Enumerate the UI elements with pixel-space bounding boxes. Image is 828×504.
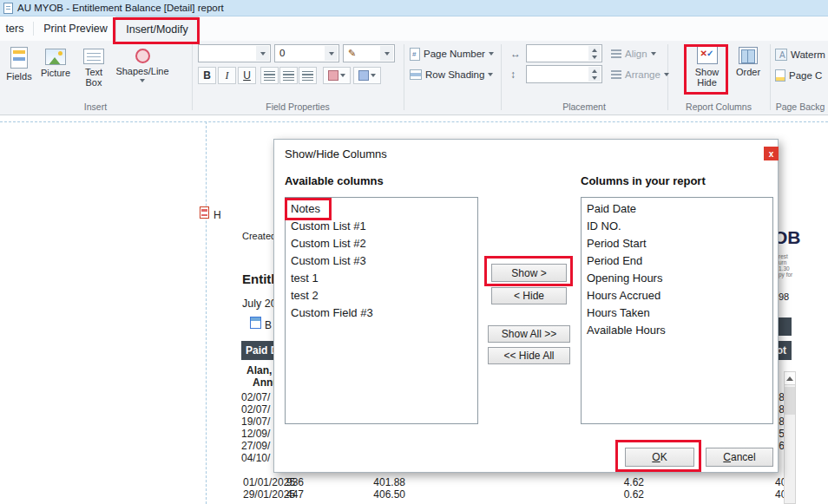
chevron-down-icon: [489, 52, 494, 56]
border-color-icon: [358, 70, 369, 81]
list-item[interactable]: Hours Taken: [582, 304, 772, 322]
show-button[interactable]: Show >: [491, 264, 567, 282]
order-button[interactable]: Order: [732, 47, 765, 77]
table-cell: 401.88: [352, 476, 405, 488]
hide-button[interactable]: < Hide: [491, 287, 567, 304]
list-item[interactable]: Paid Date: [582, 200, 772, 218]
format-painter-combo[interactable]: ✎: [343, 44, 395, 62]
cancel-button[interactable]: Cancel: [706, 448, 773, 467]
chevron-down-icon[interactable]: [325, 46, 338, 61]
vertical-position-icon: [510, 65, 516, 84]
text-box-icon: [83, 49, 104, 64]
list-item[interactable]: test 1: [286, 270, 477, 287]
horizontal-position-icon: [510, 44, 521, 63]
show-hide-columns-dialog: Show/Hide Columns x Available columns Co…: [273, 139, 779, 473]
page-margin-guide-vertical: [206, 121, 207, 504]
available-columns-listbox[interactable]: Notes Custom List #1 Custom List #2 Cust…: [285, 197, 478, 424]
scrollbar-thumb[interactable]: [785, 387, 795, 415]
align-left-button[interactable]: [260, 67, 279, 84]
list-item[interactable]: Custom List #1: [286, 218, 477, 235]
window-titlebar: AU MYOB - Entitlement Balance [Detail] r…: [0, 0, 828, 16]
font-name-combo[interactable]: [198, 44, 271, 62]
vertical-scrollbar[interactable]: [784, 371, 796, 504]
field-shading-button[interactable]: [323, 67, 351, 84]
list-item[interactable]: Opening Hours: [582, 270, 772, 287]
show-hide-button[interactable]: Show Hide: [687, 46, 727, 88]
align-right-button[interactable]: [299, 67, 317, 84]
list-item[interactable]: Hours Accrued: [582, 287, 772, 304]
chevron-down-icon[interactable]: [256, 46, 269, 61]
created-fragment: Created: [242, 231, 276, 241]
table-cell: 447: [286, 488, 304, 501]
list-item[interactable]: Period End: [582, 252, 772, 270]
available-columns-heading: Available columns: [285, 174, 384, 187]
fields-icon: [10, 47, 28, 69]
ok-button[interactable]: OK: [625, 448, 694, 467]
chevron-down-icon: [488, 73, 493, 76]
brush-icon: ✎: [348, 48, 356, 59]
list-item[interactable]: Available Hours: [582, 322, 772, 339]
font-size-combo[interactable]: 0: [274, 44, 339, 62]
list-item[interactable]: ID NO.: [582, 218, 772, 235]
page-margin-guide-horizontal: [0, 121, 828, 122]
table-date-fragment: 04/10/: [241, 452, 270, 464]
report-columns-listbox[interactable]: Paid Date ID NO. Period Start Period End…: [581, 197, 773, 424]
window-title: AU MYOB - Entitlement Balance [Detail] r…: [17, 3, 224, 13]
chevron-down-icon: [371, 74, 376, 77]
scroll-up-icon[interactable]: [785, 372, 795, 385]
spin-down-icon[interactable]: [588, 53, 601, 61]
list-item-notes[interactable]: Notes: [286, 200, 477, 218]
field-properties-group-label: Field Properties: [192, 101, 404, 112]
table-date-fragment: 19/07/: [241, 416, 270, 428]
italic-button[interactable]: I: [218, 67, 236, 84]
list-item[interactable]: test 2: [286, 287, 477, 304]
arrange-icon: [611, 70, 621, 79]
table-cell: 4.62: [606, 476, 644, 488]
report-columns-heading: Columns in your report: [581, 174, 706, 187]
number-fragment: 98: [779, 291, 789, 302]
logo-caption-fragment: rest urn 1.30 py for: [779, 253, 792, 278]
horizontal-position-spinner[interactable]: [526, 44, 602, 62]
page-color-button[interactable]: Page C: [775, 66, 822, 85]
table-date-fragment: 12/09/: [241, 428, 270, 440]
field-fragment: H: [214, 209, 221, 221]
myob-app-window: AU MYOB - Entitlement Balance [Detail] r…: [0, 0, 828, 504]
align-icon: [611, 49, 621, 58]
field-border-button[interactable]: [353, 67, 381, 84]
report-columns-group-label: Report Columns: [667, 101, 770, 112]
section-field-icon: [250, 317, 261, 329]
underline-button[interactable]: U: [238, 67, 256, 84]
chevron-down-icon: [340, 74, 345, 77]
tab-separator: [33, 22, 34, 36]
shapes-line-icon: [135, 49, 150, 63]
employee-name-fragment: Alan,: [246, 364, 272, 376]
align-button[interactable]: Align: [611, 44, 656, 63]
tab-insert-modify[interactable]: Insert/Modify: [115, 16, 199, 41]
list-item[interactable]: Custom List #2: [286, 235, 477, 252]
close-icon[interactable]: x: [764, 147, 779, 160]
list-item[interactable]: Period Start: [582, 235, 772, 252]
hide-all-button[interactable]: << Hide All: [488, 347, 570, 364]
arrange-button[interactable]: Arrange: [611, 65, 669, 84]
show-all-button[interactable]: Show All >>: [488, 325, 570, 343]
list-item[interactable]: Custom Field #3: [286, 304, 477, 322]
align-center-button[interactable]: [279, 67, 298, 84]
picture-icon: [45, 49, 66, 65]
list-item[interactable]: Custom List #3: [286, 252, 477, 270]
vertical-position-spinner[interactable]: [526, 65, 602, 83]
tab-print-preview[interactable]: Print Preview: [38, 16, 113, 41]
watermark-button[interactable]: Waterm: [775, 45, 825, 64]
order-columns-icon: [739, 47, 758, 64]
page-color-icon: [775, 69, 785, 82]
chevron-down-icon[interactable]: [380, 46, 393, 61]
fields-button[interactable]: Fields: [3, 47, 36, 82]
picture-button[interactable]: Picture: [38, 49, 73, 78]
bold-button[interactable]: B: [198, 67, 216, 84]
row-shading-button[interactable]: Row Shading: [410, 65, 493, 84]
tab-filters[interactable]: ters: [0, 16, 30, 41]
spin-down-icon[interactable]: [588, 74, 601, 82]
shapes-line-button[interactable]: Shapes/Line: [113, 49, 172, 82]
text-box-button[interactable]: Text Box: [76, 49, 111, 88]
page-number-button[interactable]: Page Number: [410, 44, 494, 63]
table-cell: 406.50: [352, 488, 405, 501]
